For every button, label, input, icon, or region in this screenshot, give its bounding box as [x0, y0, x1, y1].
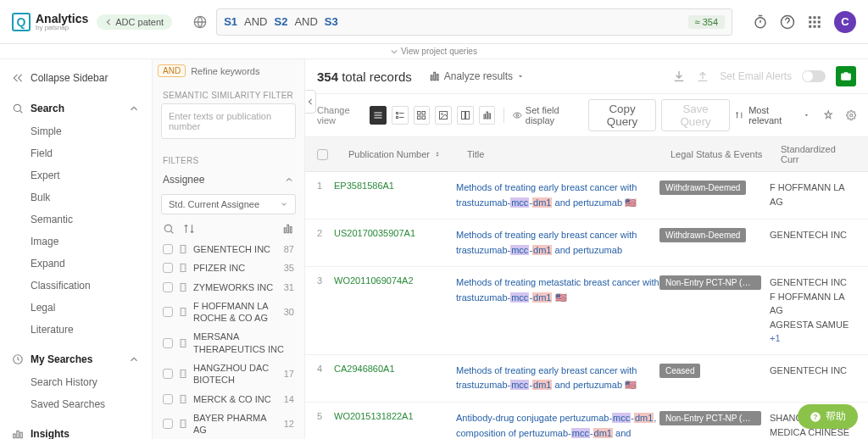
search-icon[interactable] — [163, 223, 175, 235]
sidebar-item-literature[interactable]: Literature — [12, 319, 140, 341]
sidebar-item-simple[interactable]: Simple — [12, 120, 140, 142]
sidebar-search-history[interactable]: Search History — [12, 371, 140, 393]
avatar[interactable]: C — [834, 11, 856, 33]
col-assignee[interactable]: Standardized Curr — [781, 144, 856, 164]
publication-link[interactable]: WO2015131822A1 — [334, 411, 414, 421]
building-icon — [178, 419, 188, 429]
filter-checkbox[interactable] — [163, 419, 173, 429]
sidebar-item-expand[interactable]: Expand — [12, 253, 140, 275]
status-badge: Non-Entry PCT-NP (Past... — [659, 411, 761, 425]
status-badge: Withdrawn-Deemed — [659, 228, 746, 242]
sidebar-item-classification[interactable]: Classification — [12, 275, 140, 297]
filter-checkbox[interactable] — [163, 263, 173, 273]
sort-button[interactable]: Most relevant — [735, 105, 810, 125]
result-title[interactable]: Methods of treating metastatic breast ca… — [456, 275, 659, 346]
email-alerts[interactable]: Set Email Alerts — [720, 70, 792, 82]
sidebar-search-header[interactable]: Search — [12, 97, 140, 120]
filter-checkbox[interactable] — [163, 244, 173, 254]
pin-icon[interactable] — [823, 109, 833, 121]
chart-icon[interactable] — [282, 223, 294, 235]
result-count-pill: ≈ 354 — [688, 15, 725, 29]
gear-icon[interactable] — [846, 109, 856, 121]
svg-rect-27 — [181, 370, 186, 378]
and-operator-badge[interactable]: AND — [158, 64, 186, 77]
download-icon[interactable] — [672, 69, 686, 83]
view-project-queries[interactable]: View project queries — [0, 44, 868, 59]
svg-rect-15 — [17, 431, 19, 438]
publication-link[interactable]: US20170035907A1 — [334, 228, 415, 238]
semantic-text-input[interactable]: Enter texts or publication number — [161, 103, 296, 139]
filter-checkbox[interactable] — [163, 307, 173, 317]
assignee-accordion[interactable]: Assignee — [153, 169, 304, 191]
view-image[interactable] — [435, 106, 452, 125]
filter-row[interactable]: HANGZHOU DAC BIOTECH17 — [153, 358, 304, 390]
sidebar-mysearches-header[interactable]: My Searches — [12, 347, 140, 371]
col-publication-number[interactable]: Publication Number — [348, 149, 467, 159]
view-chart[interactable] — [479, 106, 496, 125]
help-icon[interactable] — [780, 14, 795, 30]
col-legal-status[interactable]: Legal Status & Events — [670, 149, 781, 159]
filter-checkbox[interactable] — [163, 369, 173, 379]
help-fab[interactable]: ? 帮助 — [798, 404, 858, 429]
query-box[interactable]: S1 AND S2 AND S3 ≈ 354 — [216, 8, 732, 36]
filter-row[interactable]: F HOFFMANN LA ROCHE & CO AG30 — [153, 297, 304, 328]
email-toggle[interactable] — [802, 70, 826, 82]
view-grid[interactable] — [414, 106, 431, 125]
filter-checkbox[interactable] — [163, 338, 173, 348]
sidebar-item-expert[interactable]: Expert — [12, 164, 140, 186]
timer-icon[interactable] — [753, 14, 768, 30]
publication-link[interactable]: WO2011069074A2 — [334, 275, 414, 286]
globe-icon[interactable] — [189, 11, 211, 33]
logo[interactable]: Q Analytics by patsnap — [12, 13, 88, 31]
view-table[interactable] — [392, 106, 409, 125]
col-title[interactable]: Title — [467, 149, 670, 159]
copy-query-button[interactable]: Copy Query — [588, 99, 657, 131]
svg-rect-43 — [422, 116, 426, 119]
assignee-select[interactable]: Std. Current Assignee — [161, 194, 296, 214]
building-icon — [178, 244, 188, 254]
analyze-results[interactable]: Analyze results — [429, 70, 525, 82]
result-title[interactable]: Antibody-drug conjugate pertuzumab-mcc-d… — [456, 411, 659, 439]
workspace-button[interactable] — [836, 66, 856, 86]
building-icon — [178, 394, 188, 404]
sidebar-item-image[interactable]: Image — [12, 231, 140, 253]
result-title[interactable]: Methods of treating early breast cancer … — [456, 228, 659, 258]
svg-rect-47 — [465, 112, 469, 119]
view-split[interactable] — [457, 106, 474, 125]
filter-row[interactable]: PFIZER INC35 — [153, 258, 304, 277]
publication-link[interactable]: EP3581586A1 — [334, 181, 394, 191]
result-title[interactable]: Methods of treating early breast cancer … — [456, 181, 659, 210]
select-all-checkbox[interactable] — [317, 149, 328, 160]
filter-row[interactable]: ZYMEWORKS INC31 — [153, 278, 304, 297]
filter-checkbox[interactable] — [163, 282, 173, 292]
svg-rect-49 — [487, 112, 488, 119]
export-icon[interactable] — [696, 69, 709, 83]
collapse-sidebar[interactable]: Collapse Sidebar — [12, 66, 140, 90]
project-chip[interactable]: ADC patent — [97, 14, 172, 30]
set-field-display[interactable]: Set field display — [513, 105, 582, 125]
svg-point-18 — [164, 225, 171, 231]
filter-checkbox[interactable] — [163, 394, 173, 404]
filter-row[interactable]: MERSANA THERAPEUTICS INC — [153, 327, 304, 358]
sidebar-saved-searches[interactable]: Saved Searches — [12, 393, 140, 415]
publication-link[interactable]: CA2946860A1 — [334, 364, 395, 374]
view-list[interactable] — [370, 106, 387, 125]
sort-icon[interactable] — [183, 223, 195, 235]
save-query-button[interactable]: Save Query — [661, 99, 729, 131]
sidebar-item-legal[interactable]: Legal — [12, 297, 140, 319]
result-title[interactable]: Methods of treating early breast cancer … — [456, 364, 659, 393]
sidebar-item-semantic[interactable]: Semantic — [12, 208, 140, 231]
filter-row[interactable]: BAYER PHARMA AG12 — [153, 408, 304, 439]
svg-rect-19 — [284, 228, 286, 233]
collapse-filters-handle[interactable] — [305, 90, 316, 114]
sidebar-insights[interactable]: Insights — [12, 422, 140, 439]
filters-panel: AND SEMANTIC SIMILARITY FILTER Enter tex… — [153, 59, 305, 439]
filter-row[interactable]: MERCK & CO INC14 — [153, 390, 304, 408]
sidebar-item-bulk[interactable]: Bulk — [12, 186, 140, 208]
filter-row[interactable]: GENENTECH INC87 — [153, 240, 304, 258]
svg-rect-14 — [14, 434, 15, 438]
svg-rect-50 — [489, 114, 491, 119]
refine-keywords-input[interactable] — [191, 66, 305, 76]
apps-icon[interactable] — [807, 14, 822, 30]
sidebar-item-field[interactable]: Field — [12, 142, 140, 164]
